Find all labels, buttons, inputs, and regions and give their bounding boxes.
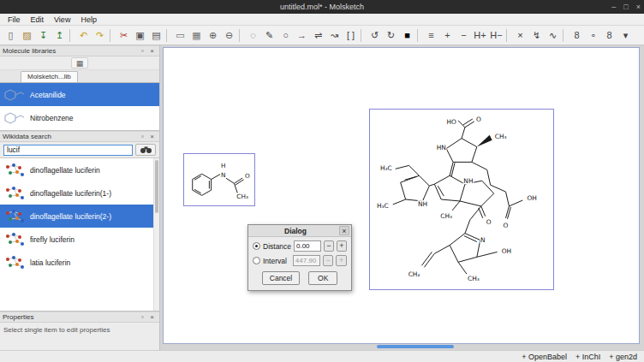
search-result-dinoflagellate-luciferin-1[interactable]: dinoflagellate luciferin(1-): [0, 181, 153, 205]
float-panel-icon[interactable]: ▫: [138, 47, 147, 55]
toolbar-separator: [239, 29, 243, 42]
scrollbar-thumb[interactable]: [155, 160, 158, 213]
svg-text:N: N: [221, 171, 225, 179]
curved-arrow-button[interactable]: ↝: [326, 27, 343, 44]
library-item-nitrobenzene[interactable]: Nitrobenzene: [0, 106, 159, 129]
distance-increment-button[interactable]: +: [337, 240, 347, 252]
charge-minus-button[interactable]: −: [456, 27, 472, 44]
interval-input[interactable]: [293, 255, 320, 266]
lasso-tool-button[interactable]: ∿: [545, 27, 561, 44]
properties-panel-header: Properties ▫ ×: [0, 312, 159, 323]
tab-molsketch-lib[interactable]: Molsketch...lib: [21, 71, 78, 82]
wikidata-result-list: dinoflagellate luciferin: [0, 157, 159, 312]
delete-tool-button[interactable]: ×: [512, 27, 528, 44]
lone-pair-tool-button[interactable]: ∘: [585, 27, 601, 44]
undo-button[interactable]: ↶: [75, 27, 92, 44]
insert-frame-button[interactable]: ▭: [172, 27, 188, 44]
window-titlebar[interactable]: untitled.mol* - Molsketch – □ ×: [0, 0, 644, 14]
search-result-latia-luciferin[interactable]: latia luciferin: [0, 251, 153, 274]
float-panel-icon[interactable]: ▫: [138, 133, 147, 140]
molecule-thumbnail-icon: [3, 109, 27, 127]
insert-table-button[interactable]: ▦: [188, 27, 205, 44]
wikidata-search-panel-header: Wikidata search ▫ ×: [0, 131, 159, 142]
toolbar-icon: ✂: [120, 31, 128, 40]
dialog-titlebar[interactable]: Dialog ×: [248, 225, 351, 237]
mechanism-arrow-button[interactable]: ↯: [528, 27, 545, 44]
toolbar-icon: ▣: [135, 31, 144, 40]
canvas-h-scrollbar[interactable]: [163, 345, 640, 348]
zoom-in-button[interactable]: ⊕: [205, 27, 221, 44]
draw-tool-button[interactable]: ✎: [261, 27, 277, 44]
cancel-button[interactable]: Cancel: [262, 271, 300, 285]
selection-box-luciferin[interactable]: HO O CH₃ HN OH O NH O CH₃ H₃C H₃C NH N O…: [369, 109, 554, 290]
search-result-firefly-luciferin[interactable]: firefly luciferin: [0, 228, 153, 251]
save-document-button[interactable]: ↧: [35, 27, 51, 44]
molecule-libraries-panel-header: Molecule libraries ▫ ×: [0, 45, 159, 56]
close-panel-icon[interactable]: ×: [147, 313, 157, 321]
redo-button[interactable]: ↷: [92, 27, 108, 44]
close-panel-icon[interactable]: ×: [147, 47, 157, 55]
cut-button[interactable]: ✂: [116, 27, 132, 44]
dialog-close-button[interactable]: ×: [339, 226, 349, 235]
ok-button[interactable]: OK: [308, 271, 337, 285]
menu-help[interactable]: Help: [75, 15, 102, 25]
library-menu-button[interactable]: ▦: [71, 57, 88, 68]
wikidata-search-row: [0, 142, 159, 157]
toolbar-icon: ▯: [8, 31, 13, 40]
reaction-arrow-button[interactable]: →: [294, 27, 310, 44]
distance-radio[interactable]: [253, 242, 260, 250]
svg-text:NH: NH: [463, 177, 473, 185]
toolbar-separator: [417, 29, 421, 42]
close-button[interactable]: ×: [636, 3, 641, 11]
bracket-tool-button[interactable]: [ ]: [343, 27, 359, 44]
wikidata-search-input[interactable]: [3, 145, 133, 156]
charge-plus-button[interactable]: +: [439, 27, 456, 44]
hydrogen-add-button[interactable]: H+: [472, 27, 488, 44]
rotate-ccw-button[interactable]: ↺: [367, 27, 383, 44]
electron-count-button[interactable]: 8: [569, 27, 585, 44]
hydrogen-remove-button[interactable]: H−: [488, 27, 504, 44]
color-swatch-button[interactable]: ■: [399, 27, 415, 44]
toolbar-icon: +: [444, 31, 450, 40]
zoom-out-button[interactable]: ⊖: [221, 27, 237, 44]
copy-button[interactable]: ▣: [132, 27, 148, 44]
library-item-acetanilide[interactable]: Acetanilide: [0, 83, 159, 106]
rotate-cw-button[interactable]: ↻: [383, 27, 399, 44]
open-document-button[interactable]: ▨: [19, 27, 35, 44]
toolbar-icon: 8: [574, 31, 579, 40]
menu-edit[interactable]: Edit: [26, 15, 50, 25]
molecule-thumbnail-icon: [3, 230, 27, 248]
scrollbar-thumb[interactable]: [377, 345, 454, 348]
svg-text:H₃C: H₃C: [380, 164, 392, 172]
drawing-canvas[interactable]: H N O CH₃: [163, 47, 640, 344]
paste-button[interactable]: ▤: [148, 27, 164, 44]
wikidata-scrollbar[interactable]: [153, 158, 159, 311]
selection-box-acetanilide[interactable]: H N O CH₃: [183, 153, 255, 206]
toolbar-icon: ↧: [39, 31, 47, 40]
interval-increment-button[interactable]: +: [336, 255, 347, 266]
radical-electron-button[interactable]: 8: [601, 27, 617, 44]
equilibrium-arrow-button[interactable]: ⇌: [310, 27, 326, 44]
select-tool-button[interactable]: ◌: [245, 27, 261, 44]
distance-input[interactable]: [294, 240, 321, 252]
maximize-button[interactable]: □: [623, 3, 628, 11]
float-panel-icon[interactable]: ▫: [138, 313, 147, 321]
search-result-dinoflagellate-luciferin-2[interactable]: dinoflagellate luciferin(2-): [0, 205, 153, 228]
interval-radio[interactable]: [253, 257, 260, 264]
search-result-dinoflagellate-luciferin[interactable]: dinoflagellate luciferin: [0, 158, 153, 181]
interval-decrement-button[interactable]: −: [323, 255, 334, 266]
svg-text:HO: HO: [446, 118, 456, 126]
menu-view[interactable]: View: [49, 15, 75, 25]
close-panel-icon[interactable]: ×: [147, 133, 157, 140]
tool-options-dropdown[interactable]: ▾: [617, 27, 634, 44]
export-document-button[interactable]: ↥: [51, 27, 68, 44]
new-document-button[interactable]: ▯: [3, 27, 19, 44]
minimize-button[interactable]: –: [611, 3, 616, 11]
menu-file[interactable]: File: [3, 15, 26, 25]
bond-order-button[interactable]: ≡: [423, 27, 439, 44]
distance-decrement-button[interactable]: −: [324, 240, 334, 252]
wikidata-search-button[interactable]: [135, 144, 156, 156]
panel-title: Molecule libraries: [3, 47, 138, 55]
toolbar-separator: [110, 29, 114, 42]
ring-tool-button[interactable]: ○: [277, 27, 294, 44]
